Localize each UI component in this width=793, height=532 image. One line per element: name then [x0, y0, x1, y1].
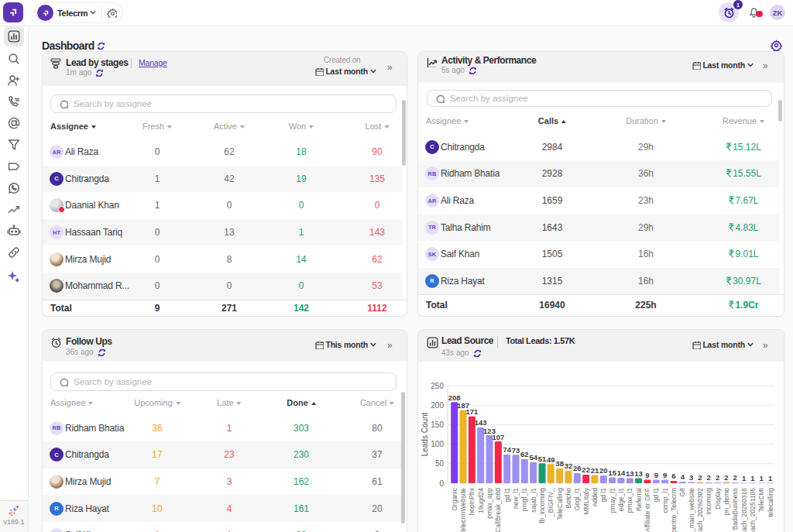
svg-text:13: 13: [634, 469, 643, 478]
svg-text:6: 6: [671, 472, 675, 480]
svg-text:2: 2: [724, 473, 728, 482]
svg-text:3: 3: [689, 473, 693, 482]
svg-text:utreach_20260302: utreach_20260302: [696, 488, 704, 532]
svg-text:fb_incoming: fb_incoming: [538, 488, 546, 523]
svg-text:pmax_app: pmax_app: [486, 488, 493, 519]
svg-text:22: 22: [582, 465, 590, 474]
svg-text:comp_l1: comp_l1: [661, 488, 669, 513]
svg-text:CallBreak_io80: CallBreak_io80: [494, 488, 502, 532]
svg-text:Botcho: Botcho: [565, 488, 572, 509]
svg-text:TeleCalling: TeleCalling: [556, 488, 564, 520]
svg-text:100: 100: [431, 440, 444, 448]
svg-text:9: 9: [663, 471, 667, 479]
svg-text:gd l1: gd l1: [652, 488, 660, 503]
svg-text:hopinPbx: hopinPbx: [468, 487, 475, 515]
svg-text:visit_main_website: visit_main_website: [688, 488, 695, 532]
svg-text:2: 2: [716, 473, 719, 482]
svg-text:38: 38: [555, 459, 564, 468]
svg-text:Incoming: Incoming: [705, 488, 712, 515]
svg-text:21: 21: [591, 466, 599, 475]
svg-text:Gogl_l1: Gogl_l1: [573, 488, 581, 511]
svg-text:208: 208: [448, 393, 461, 402]
svg-text:1: 1: [760, 474, 764, 482]
svg-text:150: 150: [431, 420, 444, 429]
svg-text:utreach_20251105: utreach_20251105: [749, 488, 757, 532]
svg-text:Organic: Organic: [451, 487, 458, 511]
svg-text:51: 51: [538, 455, 547, 463]
svg-text:9: 9: [654, 471, 658, 479]
svg-text:MMLItaly: MMLItaly: [582, 487, 590, 514]
svg-text:Added: Added: [591, 488, 599, 507]
svg-text:TelecrmWebsite: TelecrmWebsite: [459, 488, 467, 532]
svg-text:74: 74: [503, 445, 511, 454]
svg-text:15: 15: [608, 469, 616, 477]
svg-text:pmax_l1: pmax_l1: [626, 488, 633, 513]
svg-text:1: 1: [768, 474, 773, 482]
svg-text:2: 2: [698, 473, 702, 482]
svg-text:2: 2: [733, 473, 737, 482]
svg-text:49: 49: [547, 455, 555, 464]
svg-text:TeleCMI: TeleCMI: [757, 488, 765, 512]
svg-text:Referral: Referral: [635, 488, 643, 511]
svg-text:19ugd24: 19ugd24: [477, 488, 485, 513]
svg-text:1: 1: [750, 474, 755, 482]
svg-text:pmay_l1: pmay_l1: [609, 488, 616, 513]
svg-text:BadaBusiness: BadaBusiness: [731, 488, 739, 530]
svg-text:0: 0: [439, 479, 444, 488]
svg-text:telecalling: telecalling: [767, 488, 774, 517]
svg-text:gd l1: gd l1: [503, 488, 511, 503]
svg-text:54: 54: [529, 453, 537, 462]
svg-text:_BIGFIV_: _BIGFIV_: [547, 488, 554, 518]
svg-text:Affiliate or OFF: Affiliate or OFF: [644, 488, 651, 532]
svg-text:centre_Telecrm: centre_Telecrm: [670, 488, 678, 532]
svg-text:pn_demo: pn_demo: [723, 488, 730, 516]
svg-text:Display: Display: [714, 487, 722, 510]
svg-text:13: 13: [626, 469, 634, 478]
svg-text:Leads Count: Leads Count: [421, 412, 429, 456]
svg-text:edge_l1: edge_l1: [617, 488, 625, 512]
svg-text:20: 20: [599, 466, 608, 475]
svg-text:107: 107: [492, 433, 504, 441]
svg-text:utreach_20260316: utreach_20260316: [740, 488, 748, 532]
svg-text:new_l1: new_l1: [512, 488, 520, 509]
svg-text:32: 32: [565, 462, 573, 470]
svg-text:9: 9: [645, 471, 649, 479]
svg-text:26: 26: [573, 464, 582, 472]
svg-text:gd l1: gd l1: [599, 488, 607, 503]
svg-text:171: 171: [465, 407, 479, 416]
svg-text:4: 4: [681, 472, 685, 481]
svg-text:73: 73: [512, 446, 520, 455]
svg-text:250: 250: [431, 382, 444, 390]
svg-text:2: 2: [707, 473, 711, 482]
svg-text:G8: G8: [678, 488, 686, 497]
svg-text:50: 50: [435, 459, 445, 468]
svg-text:sajab_l1: sajab_l1: [530, 488, 537, 513]
svg-text:pmgf_l1: pmgf_l1: [520, 488, 528, 512]
svg-text:62: 62: [520, 450, 529, 458]
svg-text:200: 200: [431, 401, 444, 410]
svg-text:1: 1: [742, 474, 747, 482]
svg-text:14: 14: [617, 469, 626, 477]
